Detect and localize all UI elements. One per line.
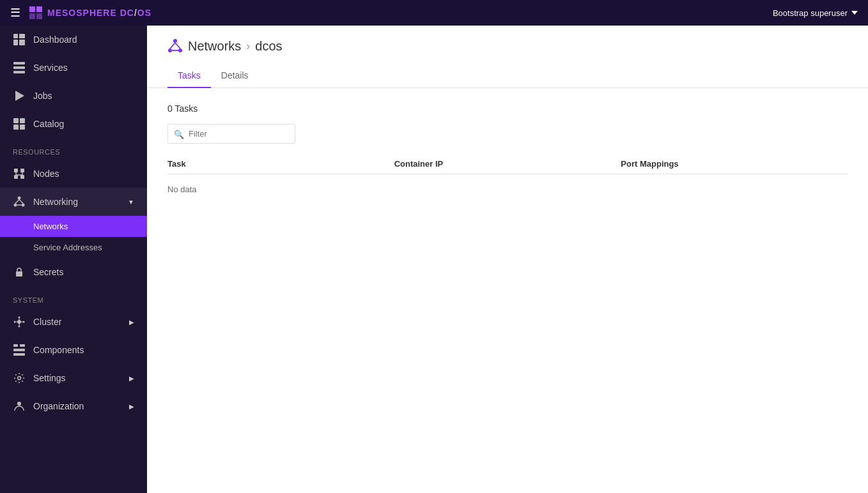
jobs-icon bbox=[13, 89, 26, 102]
sidebar-item-secrets-label: Secrets bbox=[33, 267, 63, 277]
svg-point-47 bbox=[178, 49, 182, 52]
table-header: Task Container IP Port Mappings bbox=[167, 159, 848, 174]
sidebar-item-components-label: Components bbox=[33, 345, 84, 355]
page-header: Networks › dcos Tasks Details bbox=[147, 26, 868, 88]
sidebar-item-dashboard-label: Dashboard bbox=[33, 34, 77, 45]
svg-point-30 bbox=[17, 320, 21, 324]
page-content: 0 Tasks 🔍 Task Container IP Port Mapping… bbox=[147, 88, 868, 493]
sidebar-sub-item-service-addresses-label: Service Addresses bbox=[33, 243, 102, 252]
organization-icon bbox=[13, 400, 26, 413]
sidebar-sub-item-networks[interactable]: Networks bbox=[0, 216, 147, 237]
sidebar-item-catalog[interactable]: Catalog bbox=[0, 110, 147, 138]
svg-rect-29 bbox=[16, 271, 22, 277]
svg-point-34 bbox=[23, 321, 25, 323]
cluster-chevron-icon: ▶ bbox=[129, 319, 134, 326]
sidebar-item-services-label: Services bbox=[33, 63, 68, 73]
system-section-label: System bbox=[0, 286, 147, 308]
table-header-container-ip: Container IP bbox=[394, 159, 621, 169]
sidebar-item-networking[interactable]: Networking ▼ bbox=[0, 188, 147, 216]
sidebar-item-services[interactable]: Services bbox=[0, 54, 147, 82]
organization-chevron-icon: ▶ bbox=[129, 403, 134, 410]
cluster-icon bbox=[13, 315, 26, 328]
svg-point-45 bbox=[173, 39, 177, 43]
tabs: Tasks Details bbox=[167, 64, 848, 87]
networks-breadcrumb-icon bbox=[167, 38, 183, 54]
svg-point-31 bbox=[19, 317, 20, 319]
tasks-count: 0 Tasks bbox=[167, 103, 848, 114]
sidebar-item-organization-label: Organization bbox=[33, 401, 84, 411]
sidebar-item-dashboard[interactable]: Dashboard bbox=[0, 26, 147, 54]
svg-rect-3 bbox=[36, 13, 42, 19]
hamburger-icon[interactable]: ☰ bbox=[10, 6, 20, 20]
sidebar: Dashboard Services Jobs Catalog Resource… bbox=[0, 26, 147, 493]
svg-point-44 bbox=[17, 402, 21, 406]
sidebar-item-settings[interactable]: Settings ▶ bbox=[0, 364, 147, 392]
svg-rect-17 bbox=[20, 169, 24, 172]
logo-icon bbox=[28, 5, 43, 20]
svg-line-49 bbox=[175, 43, 180, 49]
svg-rect-4 bbox=[13, 34, 18, 38]
networking-icon bbox=[13, 195, 26, 208]
sidebar-item-components[interactable]: Components bbox=[0, 336, 147, 364]
svg-rect-6 bbox=[13, 40, 18, 45]
sidebar-item-nodes[interactable]: Nodes bbox=[0, 160, 147, 188]
svg-rect-1 bbox=[36, 6, 42, 12]
svg-point-23 bbox=[18, 197, 21, 200]
svg-rect-19 bbox=[20, 175, 24, 179]
table-header-task: Task bbox=[167, 159, 394, 169]
svg-point-24 bbox=[14, 204, 17, 207]
svg-rect-12 bbox=[13, 118, 19, 123]
filter-input[interactable] bbox=[167, 124, 295, 144]
settings-chevron-icon: ▶ bbox=[129, 375, 134, 382]
tab-tasks[interactable]: Tasks bbox=[167, 64, 211, 88]
tab-details[interactable]: Details bbox=[211, 64, 259, 88]
breadcrumb: Networks › dcos bbox=[167, 38, 848, 54]
no-data-label: No data bbox=[167, 179, 848, 199]
svg-rect-5 bbox=[19, 34, 25, 38]
nodes-icon bbox=[13, 167, 26, 180]
filter-input-wrap: 🔍 bbox=[167, 124, 295, 144]
networking-chevron-icon: ▼ bbox=[128, 199, 134, 206]
sidebar-item-cluster[interactable]: Cluster ▶ bbox=[0, 308, 147, 336]
table-header-port-mappings: Port Mappings bbox=[621, 159, 848, 169]
svg-rect-7 bbox=[19, 40, 25, 45]
sidebar-item-settings-label: Settings bbox=[33, 373, 66, 383]
sidebar-sub-item-networks-label: Networks bbox=[33, 222, 68, 231]
svg-line-48 bbox=[170, 43, 175, 49]
svg-rect-16 bbox=[14, 169, 18, 172]
topbar: ☰ MESOSPHERE DC/OS Bootstrap superuser bbox=[0, 0, 868, 26]
svg-line-27 bbox=[19, 200, 23, 204]
sidebar-item-jobs-label: Jobs bbox=[33, 91, 52, 101]
svg-rect-14 bbox=[13, 125, 19, 130]
breadcrumb-current: dcos bbox=[255, 39, 282, 54]
svg-rect-39 bbox=[13, 344, 18, 347]
topbar-left: ☰ MESOSPHERE DC/OS bbox=[10, 5, 151, 20]
logo-text: MESOSPHERE DC/OS bbox=[47, 8, 151, 18]
sidebar-item-cluster-label: Cluster bbox=[33, 317, 61, 327]
components-icon bbox=[13, 344, 26, 356]
sidebar-item-organization[interactable]: Organization ▶ bbox=[0, 392, 147, 420]
svg-rect-10 bbox=[13, 71, 25, 73]
services-icon bbox=[13, 61, 26, 74]
main-content: Networks › dcos Tasks Details 0 Tasks 🔍 … bbox=[147, 26, 868, 493]
sidebar-sub-item-service-addresses[interactable]: Service Addresses bbox=[0, 237, 147, 258]
svg-rect-42 bbox=[13, 353, 25, 356]
svg-rect-8 bbox=[13, 62, 25, 64]
svg-rect-0 bbox=[29, 6, 35, 12]
svg-point-46 bbox=[168, 49, 172, 52]
settings-icon bbox=[13, 372, 26, 384]
svg-rect-2 bbox=[29, 13, 35, 19]
svg-point-32 bbox=[19, 326, 20, 328]
svg-point-43 bbox=[18, 377, 21, 380]
svg-rect-40 bbox=[20, 344, 25, 347]
svg-rect-18 bbox=[14, 175, 18, 179]
svg-point-25 bbox=[22, 204, 25, 207]
sidebar-item-secrets[interactable]: Secrets bbox=[0, 258, 147, 286]
svg-rect-41 bbox=[13, 349, 25, 351]
secrets-icon bbox=[13, 266, 26, 278]
svg-rect-13 bbox=[20, 118, 25, 123]
sidebar-item-jobs[interactable]: Jobs bbox=[0, 82, 147, 110]
breadcrumb-parent[interactable]: Networks bbox=[188, 39, 241, 54]
user-menu[interactable]: Bootstrap superuser bbox=[773, 8, 858, 18]
user-menu-chevron-icon bbox=[851, 11, 858, 15]
